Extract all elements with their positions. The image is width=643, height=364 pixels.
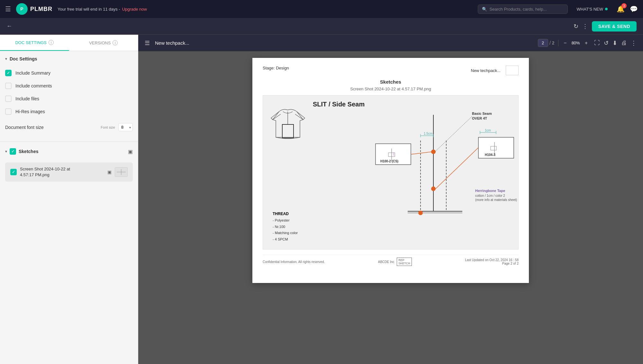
include-files-checkbox[interactable] [5, 96, 12, 102]
doc-page-header: Stage: Design New techpack... [263, 66, 519, 75]
include-summary-checkbox[interactable] [5, 70, 12, 76]
hi-res-images-row: Hi-Res images [5, 105, 133, 118]
page-nav: / 2 − 80% + [538, 39, 589, 47]
file-item-layout-icon[interactable]: ▣ [107, 169, 112, 175]
doc-section-title: Sketches [263, 79, 519, 85]
footer-confidential: Confidential Information. All rights res… [263, 260, 325, 264]
search-bar[interactable]: 🔍 [478, 5, 568, 14]
doc-settings-info-icon[interactable]: i [49, 40, 54, 45]
thread-items: - Polyester - Nr.100 - Matching color - … [273, 217, 298, 243]
svg-text:H104-3: H104-3 [485, 153, 495, 157]
divider [0, 141, 138, 142]
zoom-level: 80% [569, 41, 582, 45]
svg-text:H100-2 (CS): H100-2 (CS) [380, 159, 398, 163]
whats-new-button[interactable]: WHAT'S NEW [573, 5, 611, 14]
include-summary-row: Include Summary [5, 67, 133, 79]
page-total: 2 [552, 41, 554, 45]
file-item-name: Screen Shot 2024-10-22 at4.57:17 PM.png [20, 166, 104, 178]
include-files-row: Include files [5, 92, 133, 105]
thread-item-2: - Nr.100 [273, 224, 298, 230]
file-item-checkbox[interactable] [10, 169, 17, 175]
sketch-title: SLIT / Side Seam [313, 101, 365, 108]
svg-point-28 [431, 187, 436, 191]
section-title: Doc Settings [10, 56, 37, 61]
shirt-svg [269, 102, 306, 145]
include-comments-checkbox[interactable] [5, 83, 12, 89]
page-current-input[interactable] [538, 39, 548, 47]
sketches-layout-icon[interactable]: ▣ [128, 149, 133, 155]
doc-footer: Confidential Information. All rights res… [263, 255, 519, 266]
doc-header-bar: ☰ New techpack... / 2 − 80% + ⛶ ↺ ⬇ 🖨 ⋮ [138, 35, 643, 51]
more-options-button[interactable]: ⋮ [582, 23, 588, 30]
zoom-in-button[interactable]: + [584, 39, 589, 47]
section-chevron[interactable]: ▾ [5, 57, 7, 61]
fit-page-icon[interactable]: ⛶ [594, 40, 600, 46]
thread-section: THREAD - Polyester - Nr.100 - Matching c… [273, 212, 298, 243]
more-doc-icon[interactable]: ⋮ [631, 40, 637, 47]
svg-text:1cm: 1cm [485, 129, 491, 132]
svg-text:Herringbone Tape: Herringbone Tape [475, 189, 505, 193]
notification-button[interactable]: 🔔 3 [617, 5, 625, 13]
include-files-label: Include files [15, 96, 39, 101]
doc-settings-section: ▾ Doc Settings Include Summary Include c… [0, 51, 138, 139]
sketches-checkbox[interactable] [10, 148, 16, 155]
footer-sketch: SKETCH [398, 262, 410, 265]
svg-rect-10 [478, 137, 514, 158]
chat-icon[interactable]: 💬 [630, 5, 638, 13]
print-icon[interactable]: 🖨 [621, 40, 627, 46]
hi-res-images-label: Hi-Res images [15, 109, 45, 114]
file-item-thumbnail [115, 167, 128, 177]
secondary-toolbar: ← ↻ ⋮ SAVE & SEND [0, 18, 643, 35]
font-size-sm-label: Font size [101, 125, 115, 129]
doc-stage: Stage: Design [263, 66, 289, 70]
logo-text: PLMBR [30, 6, 52, 13]
upgrade-link[interactable]: Upgrade now [122, 7, 147, 12]
thread-item-3: - Matching color [273, 230, 298, 236]
font-size-label: Document font size [5, 125, 44, 130]
svg-text:Basic Seam: Basic Seam [472, 112, 492, 115]
thread-title: THREAD [273, 212, 298, 216]
sketches-section: ▾ Sketches ▣ [0, 144, 138, 162]
versions-info-icon[interactable]: i [113, 40, 118, 45]
file-item: Screen Shot 2024-10-22 at4.57:17 PM.png … [5, 162, 133, 182]
page-nav-divider [558, 40, 558, 46]
tab-versions[interactable]: VERSIONS i [69, 35, 138, 51]
sketches-header: ▾ Sketches ▣ [5, 148, 133, 155]
section-header: ▾ Doc Settings [5, 56, 133, 61]
navbar: ☰ P PLMBR Your free trial will end in 11… [0, 0, 643, 18]
trial-message: Your free trial will end in 11 days - [58, 7, 120, 12]
svg-text:|: | [393, 152, 394, 156]
whats-new-dot [605, 8, 608, 10]
doc-header-actions: ⛶ ↺ ⬇ 🖨 ⋮ [594, 40, 637, 47]
refresh-button[interactable]: ↻ [574, 23, 578, 30]
thread-item-1: - Polyester [273, 217, 298, 224]
svg-line-31 [436, 148, 478, 189]
zoom-out-button[interactable]: − [562, 39, 568, 47]
font-size-wrapper: 6 7 8 9 10 12 [118, 123, 133, 131]
doc-menu-icon[interactable]: ☰ [145, 40, 150, 47]
doc-brand: New techpack... [471, 68, 501, 73]
history-icon[interactable]: ↺ [604, 40, 609, 47]
search-input[interactable] [490, 7, 564, 12]
tab-doc-settings-label: DOC SETTINGS [15, 40, 47, 45]
svg-text:cotton / 1cm / color 2: cotton / 1cm / color 2 [475, 194, 505, 197]
font-size-row: Document font size Font size 6 7 8 9 10 … [5, 118, 133, 134]
back-button[interactable]: ← [6, 23, 12, 30]
footer-company: ABCDE Inc [378, 260, 394, 264]
svg-point-29 [418, 211, 423, 215]
download-icon[interactable]: ⬇ [612, 40, 617, 47]
font-size-select[interactable]: 6 7 8 9 10 12 [118, 123, 133, 131]
seam-diagram-svg: | H100-2 (CS) H104-3 [359, 99, 533, 227]
hi-res-images-checkbox[interactable] [5, 108, 12, 115]
main-layout: DOC SETTINGS i VERSIONS i ▾ Doc Settings… [0, 35, 643, 364]
save-send-button[interactable]: SAVE & SEND [592, 21, 637, 32]
toolbar-actions: ↻ ⋮ SAVE & SEND [574, 21, 637, 32]
sketches-chevron[interactable]: ▾ [5, 149, 7, 154]
sidebar-tabs: DOC SETTINGS i VERSIONS i [0, 35, 138, 51]
hamburger-icon[interactable]: ☰ [5, 5, 11, 13]
svg-text:OVER 4T: OVER 4T [472, 116, 487, 120]
footer-page: Page 2 of 2 [465, 262, 519, 265]
tab-doc-settings[interactable]: DOC SETTINGS i [0, 35, 69, 51]
tab-versions-label: VERSIONS [89, 41, 111, 45]
thread-item-4: - 4 SPCM [273, 236, 298, 243]
